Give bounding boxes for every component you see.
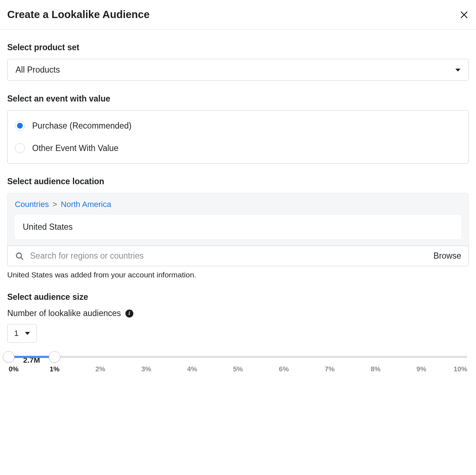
size-sublabel: Number of lookalike audiences	[7, 308, 121, 318]
select-value: 1	[14, 329, 18, 338]
radio-option-other[interactable]: Other Event With Value	[15, 139, 461, 157]
radio-icon	[15, 121, 25, 131]
section-label: Select audience size	[7, 292, 469, 302]
size-sublabel-row: Number of lookalike audiences i	[7, 308, 469, 318]
radio-label: Other Event With Value	[32, 143, 119, 153]
svg-line-3	[21, 257, 23, 259]
location-chip[interactable]: United States	[15, 215, 461, 239]
location-search-row: Browse	[7, 246, 469, 266]
size-slider: 2.7M 0%1%2%3%4%5%6%7%8%9%10%	[7, 356, 469, 365]
location-section: Select audience location Countries > Nor…	[0, 177, 476, 279]
slider-track[interactable]	[9, 356, 467, 358]
svg-point-2	[16, 253, 21, 258]
radio-label: Purchase (Recommended)	[32, 121, 132, 131]
audience-count-select[interactable]: 1	[7, 324, 37, 343]
location-breadcrumb: Countries > North America	[15, 200, 461, 209]
caret-down-icon	[25, 332, 30, 335]
breadcrumb-root[interactable]: Countries	[15, 200, 49, 209]
lookalike-dialog: Create a Lookalike Audience Select produ…	[0, 0, 476, 365]
close-icon[interactable]	[459, 10, 469, 20]
browse-link[interactable]: Browse	[433, 251, 461, 261]
section-label: Select an event with value	[7, 94, 469, 104]
slider-handle-high[interactable]	[49, 351, 60, 363]
dialog-header: Create a Lookalike Audience	[0, 0, 476, 30]
event-section: Select an event with value Purchase (Rec…	[0, 94, 476, 164]
radio-option-purchase[interactable]: Purchase (Recommended)	[15, 117, 461, 134]
location-chip-label: United States	[23, 222, 73, 232]
location-helper-text: United States was added from your accoun…	[7, 271, 469, 279]
dialog-title: Create a Lookalike Audience	[7, 9, 150, 21]
section-label: Select product set	[7, 43, 469, 52]
section-label: Select audience location	[7, 177, 469, 186]
slider-handle-low[interactable]	[3, 351, 14, 363]
search-icon	[15, 251, 24, 261]
breadcrumb-leaf[interactable]: North America	[61, 200, 111, 209]
slider-fill	[9, 356, 55, 358]
product-set-section: Select product set All Products	[0, 43, 476, 81]
info-icon[interactable]: i	[125, 310, 133, 318]
size-section: Select audience size Number of lookalike…	[0, 292, 476, 365]
breadcrumb-separator: >	[52, 200, 57, 209]
location-search-input[interactable]	[30, 251, 428, 261]
event-radio-group: Purchase (Recommended) Other Event With …	[7, 110, 469, 164]
location-box: Countries > North America United States	[7, 193, 469, 246]
product-set-dropdown[interactable]: All Products	[7, 59, 469, 81]
dropdown-value: All Products	[16, 65, 60, 75]
caret-down-icon	[455, 69, 460, 72]
radio-icon	[15, 143, 25, 153]
